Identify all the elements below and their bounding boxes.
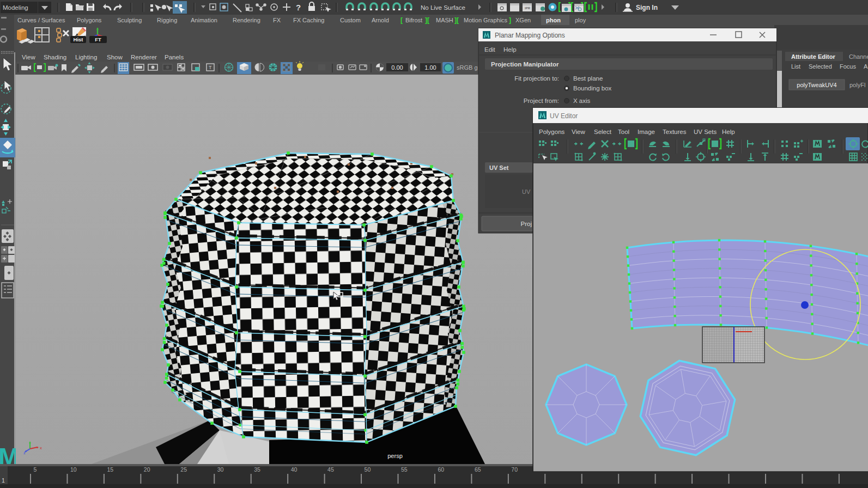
svg-text:40: 40 bbox=[291, 466, 298, 473]
svg-text:Sign In: Sign In bbox=[636, 4, 658, 11]
svg-text:65: 65 bbox=[475, 466, 481, 473]
svg-text:70: 70 bbox=[511, 466, 518, 473]
svg-text:phon: phon bbox=[546, 17, 561, 23]
svg-text:UV Editor: UV Editor bbox=[550, 112, 578, 120]
svg-text:15: 15 bbox=[107, 466, 113, 473]
svg-text:Fit projection to:: Fit projection to: bbox=[514, 75, 559, 82]
svg-text:Project from:: Project from: bbox=[524, 97, 559, 104]
svg-text:35: 35 bbox=[254, 466, 260, 473]
svg-text:polyFl: polyFl bbox=[849, 82, 865, 88]
svg-text:Textures: Textures bbox=[663, 129, 687, 135]
svg-text:30: 30 bbox=[217, 466, 224, 473]
svg-text:Bounding box: Bounding box bbox=[573, 85, 612, 91]
svg-text:Lighting: Lighting bbox=[75, 54, 97, 60]
svg-text:][: ][ bbox=[425, 16, 429, 24]
svg-text:List: List bbox=[791, 63, 800, 70]
svg-text:Help: Help bbox=[503, 46, 517, 53]
svg-text:1.00: 1.00 bbox=[424, 64, 436, 71]
svg-text:sRGB g: sRGB g bbox=[457, 64, 478, 71]
svg-text:Hist: Hist bbox=[74, 36, 84, 42]
svg-text:Select: Select bbox=[594, 129, 612, 135]
svg-text:MASH: MASH bbox=[436, 17, 453, 23]
svg-text:Rigging: Rigging bbox=[157, 17, 177, 23]
svg-text:UV: UV bbox=[522, 188, 531, 195]
svg-text:[: [ bbox=[400, 16, 403, 24]
svg-text:No Live Surface: No Live Surface bbox=[421, 4, 465, 11]
svg-text:Motion Graphics: Motion Graphics bbox=[464, 17, 508, 23]
svg-text:FT: FT bbox=[95, 36, 101, 42]
svg-text:ploy: ploy bbox=[575, 17, 586, 23]
svg-text:X axis: X axis bbox=[573, 97, 591, 104]
svg-text:Custom: Custom bbox=[340, 17, 361, 23]
svg-text:20: 20 bbox=[144, 466, 150, 473]
svg-text:Curves / Surfaces: Curves / Surfaces bbox=[17, 17, 65, 23]
svg-text:Projection Manipulator: Projection Manipulator bbox=[491, 61, 559, 68]
svg-text:50: 50 bbox=[365, 466, 371, 473]
svg-text:UV Set: UV Set bbox=[489, 164, 509, 171]
svg-text:Renderer: Renderer bbox=[131, 54, 157, 60]
svg-text:0.00: 0.00 bbox=[391, 64, 403, 71]
svg-text:Shading: Shading bbox=[44, 54, 66, 60]
svg-text:]: ] bbox=[509, 16, 511, 24]
svg-text:Polygons: Polygons bbox=[539, 129, 565, 135]
svg-text:polyTweakUV4: polyTweakUV4 bbox=[797, 82, 836, 88]
svg-text:45: 45 bbox=[327, 466, 334, 473]
svg-text:FX Caching: FX Caching bbox=[293, 17, 324, 23]
svg-text:IPR: IPR bbox=[525, 7, 531, 10]
svg-text:Modeling: Modeling bbox=[3, 4, 28, 11]
svg-text:5: 5 bbox=[34, 466, 37, 473]
svg-text:Bifrost: Bifrost bbox=[405, 17, 422, 23]
svg-text:persp: persp bbox=[387, 453, 403, 459]
svg-text:Sculpting: Sculpting bbox=[117, 17, 142, 23]
svg-text:Attribute Editor: Attribute Editor bbox=[791, 53, 835, 60]
svg-text:Planar Mapping Options: Planar Mapping Options bbox=[495, 32, 565, 39]
svg-text:Polygons: Polygons bbox=[77, 17, 102, 23]
svg-text:10: 10 bbox=[70, 466, 77, 473]
svg-text:Proj: Proj bbox=[521, 221, 532, 227]
svg-text:UV Sets: UV Sets bbox=[694, 129, 717, 135]
svg-text:Edit: Edit bbox=[484, 46, 496, 53]
svg-text:Focus: Focus bbox=[840, 63, 856, 70]
svg-text:z: z bbox=[23, 450, 26, 455]
svg-text:Animation: Animation bbox=[191, 17, 217, 23]
svg-text:Show: Show bbox=[107, 54, 123, 60]
svg-text:View: View bbox=[22, 54, 35, 60]
svg-text:Best plane: Best plane bbox=[573, 75, 603, 82]
svg-text:1: 1 bbox=[2, 477, 5, 484]
svg-text:Panels: Panels bbox=[165, 54, 184, 60]
svg-text:?: ? bbox=[296, 3, 301, 12]
svg-text:60: 60 bbox=[438, 466, 444, 473]
svg-text:x: x bbox=[40, 446, 42, 450]
svg-text:Selected: Selected bbox=[809, 63, 832, 70]
svg-text:Channe: Channe bbox=[849, 53, 868, 60]
svg-text:FX: FX bbox=[273, 17, 281, 23]
svg-text:][: ][ bbox=[454, 16, 459, 24]
svg-text:A: A bbox=[864, 63, 868, 70]
svg-text:Help: Help bbox=[722, 129, 735, 135]
svg-text:XGen: XGen bbox=[515, 17, 531, 23]
svg-text:25: 25 bbox=[180, 466, 187, 473]
svg-text:55: 55 bbox=[401, 466, 408, 473]
svg-text:Arnold: Arnold bbox=[372, 17, 389, 23]
svg-text:View: View bbox=[572, 129, 585, 135]
svg-text:Rendering: Rendering bbox=[233, 17, 260, 23]
svg-text:Tool: Tool bbox=[618, 129, 629, 135]
svg-text:T: T bbox=[209, 65, 212, 70]
svg-text:Image: Image bbox=[638, 129, 655, 135]
